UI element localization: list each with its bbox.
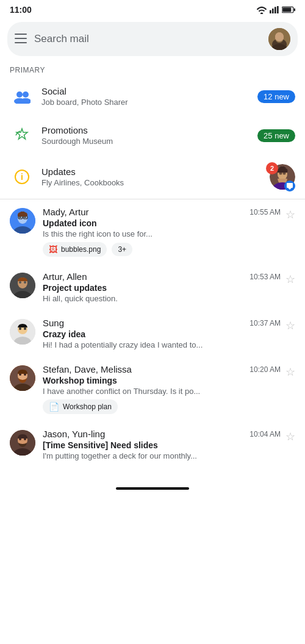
email-row-3[interactable]: Sung 10:37 AM Crazy idea Hi! I had a pot… [0, 310, 305, 357]
user-avatar[interactable] [268, 28, 290, 50]
email-content-2: Artur, Allen 10:53 AM Project updates Hi… [43, 271, 281, 303]
search-placeholder: Search mail [34, 33, 261, 45]
sender-avatar-3 [10, 319, 35, 345]
svg-point-16 [23, 91, 29, 98]
email-time-2: 10:53 AM [249, 273, 281, 281]
svg-rect-2 [274, 7, 276, 13]
sender-avatar-4 [10, 365, 35, 391]
promotions-sub: Sourdough Museum [41, 137, 257, 146]
email-header-5: Jason, Yun-ling 10:04 AM [43, 429, 281, 439]
category-promotions[interactable]: Promotions Sourdough Museum 25 new [0, 116, 305, 155]
category-social[interactable]: Social Job board, Photo Sharer 12 new [0, 77, 305, 116]
email-preview-3: Hi! I had a potentially crazy idea I wan… [43, 340, 281, 349]
doc-icon: 📄 [49, 402, 59, 412]
sender-name-1: Mady, Artur [43, 207, 89, 217]
svg-rect-1 [272, 9, 274, 13]
battery-icon [282, 6, 295, 13]
status-icons [256, 5, 295, 14]
email-content-1: Mady, Artur 10:55 AM Updated icon Is thi… [43, 207, 281, 257]
signal-icon [270, 5, 279, 14]
email-header-1: Mady, Artur 10:55 AM [43, 207, 281, 217]
email-subject-4: Workshop timings [43, 376, 281, 385]
svg-rect-0 [270, 10, 271, 13]
attachment-name-1: bubbles.png [61, 245, 101, 254]
email-row-2[interactable]: Artur, Allen 10:53 AM Project updates Hi… [0, 264, 305, 310]
svg-text:i: i [21, 172, 23, 182]
email-preview-1: Is this the right icon to use for... [43, 229, 281, 238]
updates-info: Updates Fly Airlines, Cookbooks [41, 166, 266, 187]
home-indicator [116, 487, 189, 490]
email-header-3: Sung 10:37 AM [43, 318, 281, 328]
more-chip-1: 3+ [112, 243, 132, 256]
promotions-name: Promotions [41, 125, 257, 135]
star-icon-5[interactable]: ☆ [285, 430, 295, 443]
sender-name-3: Sung [43, 318, 64, 328]
sender-avatar-5 [10, 430, 35, 456]
attachments-1: 🖼 bubbles.png 3+ [43, 242, 281, 257]
email-time-1: 10:55 AM [249, 208, 281, 216]
social-info: Social Job board, Photo Sharer [41, 86, 257, 107]
email-content-4: Stefan, Dave, Melissa 10:20 AM Workshop … [43, 364, 281, 414]
svg-point-40 [24, 281, 26, 284]
star-icon-2[interactable]: ☆ [285, 273, 295, 286]
wifi-icon [256, 5, 267, 14]
search-bar[interactable]: Search mail [7, 22, 298, 56]
star-icon-1[interactable]: ☆ [285, 208, 295, 221]
svg-point-44 [19, 327, 21, 330]
attachments-4: 📄 Workshop plan [43, 399, 281, 414]
email-preview-5: I'm putting together a deck for our mont… [43, 451, 281, 460]
svg-rect-9 [15, 42, 27, 43]
attachment-chip-4[interactable]: 📄 Workshop plan [43, 399, 118, 414]
email-subject-2: Project updates [43, 283, 281, 293]
updates-badge-wrap: 2 [266, 162, 295, 191]
attachment-name-4: Workshop plan [63, 402, 112, 411]
svg-rect-6 [282, 7, 291, 12]
social-name: Social [41, 86, 257, 96]
hamburger-icon[interactable] [15, 32, 27, 46]
email-row-4[interactable]: Stefan, Dave, Melissa 10:20 AM Workshop … [0, 357, 305, 421]
svg-marker-27 [288, 188, 292, 190]
status-time: 11:00 [10, 5, 32, 15]
sender-name-4: Stefan, Dave, Melissa [43, 364, 132, 374]
promotions-icon [10, 123, 34, 148]
promotions-info: Promotions Sourdough Museum [41, 125, 257, 146]
updates-count: 2 [266, 162, 278, 174]
email-time-4: 10:20 AM [249, 365, 281, 374]
email-preview-2: Hi all, quick question. [43, 294, 281, 303]
svg-point-45 [24, 327, 26, 330]
email-time-5: 10:04 AM [249, 430, 281, 438]
promotions-badge: 25 new [257, 129, 295, 142]
sender-avatar-1 [10, 208, 35, 234]
social-sub: Job board, Photo Sharer [41, 98, 257, 107]
email-subject-1: Updated icon [43, 218, 281, 228]
section-label: PRIMARY [0, 61, 305, 77]
social-icon [10, 84, 34, 109]
image-icon: 🖼 [49, 245, 57, 254]
sender-avatar-2 [10, 273, 35, 298]
svg-rect-26 [287, 183, 293, 188]
updates-sub: Fly Airlines, Cookbooks [41, 178, 266, 187]
category-updates[interactable]: i Updates Fly Airlines, Cookbooks 2 [0, 155, 305, 199]
email-subject-5: [Time Sensitive] Need slides [43, 440, 281, 450]
star-icon-4[interactable]: ☆ [285, 365, 295, 379]
updates-icon: i [10, 165, 34, 189]
email-content-3: Sung 10:37 AM Crazy idea Hi! I had a pot… [43, 318, 281, 349]
updates-msg-icon [284, 181, 295, 191]
svg-rect-3 [277, 6, 279, 13]
email-row-1[interactable]: Mady, Artur 10:55 AM Updated icon Is thi… [0, 199, 305, 264]
svg-rect-7 [15, 34, 27, 35]
updates-name: Updates [41, 166, 266, 177]
status-bar: 11:00 [0, 0, 305, 17]
sender-name-5: Jason, Yun-ling [43, 429, 105, 439]
svg-rect-8 [15, 38, 27, 39]
email-time-3: 10:37 AM [249, 319, 281, 327]
email-subject-3: Crazy idea [43, 329, 281, 339]
email-header-4: Stefan, Dave, Melissa 10:20 AM [43, 364, 281, 374]
email-row-5[interactable]: Jason, Yun-ling 10:04 AM [Time Sensitive… [0, 421, 305, 468]
attachment-chip-1[interactable]: 🖼 bubbles.png [43, 242, 107, 257]
email-header-2: Artur, Allen 10:53 AM [43, 271, 281, 282]
svg-point-39 [19, 281, 21, 284]
email-content-5: Jason, Yun-ling 10:04 AM [Time Sensitive… [43, 429, 281, 460]
email-preview-4: I have another conflict on Thursday. Is … [43, 387, 281, 396]
star-icon-3[interactable]: ☆ [285, 319, 295, 332]
